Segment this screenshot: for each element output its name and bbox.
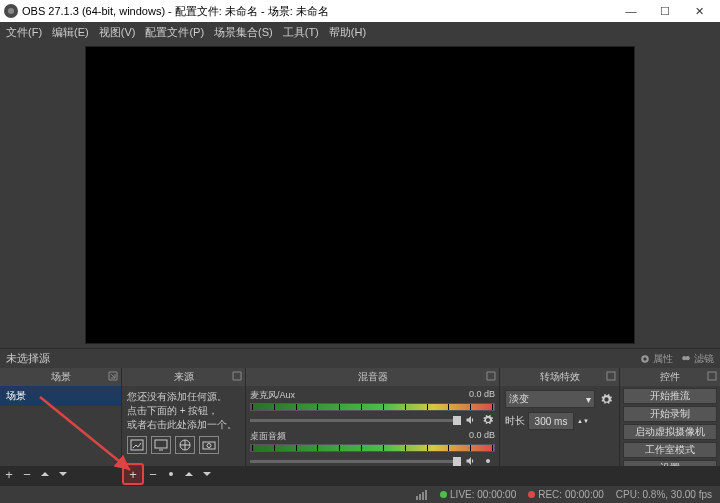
speaker-icon[interactable] (464, 454, 478, 466)
display-icon (151, 436, 171, 454)
chevron-down-icon: ▾ (586, 394, 591, 405)
mixer-panel: 混音器 麦克风/Aux0.0 dB 桌面音频0.0 dB (246, 368, 500, 466)
selection-bar: 未选择源 属性 滤镜 (0, 348, 720, 368)
transition-select[interactable]: 淡变▾ (505, 390, 595, 408)
track-name: 桌面音频 (250, 430, 286, 443)
sources-hint: 或者右击此处添加一个。 (127, 418, 240, 432)
scenes-title: 场景 (51, 370, 71, 384)
svg-rect-15 (425, 490, 427, 500)
duration-input[interactable]: 300 ms (528, 412, 574, 430)
svg-rect-5 (155, 440, 167, 448)
status-bar: LIVE: 00:00:00 REC: 00:00:00 CPU: 0.8%, … (0, 485, 720, 503)
start-stream-button[interactable]: 开始推流 (623, 388, 717, 404)
menu-profile[interactable]: 配置文件(P) (145, 25, 204, 40)
sources-hint: 点击下面的 + 按钮， (127, 404, 240, 418)
stepper-icon[interactable]: ▲▼ (577, 418, 589, 424)
scene-down-button[interactable] (54, 465, 72, 483)
menu-help[interactable]: 帮助(H) (329, 25, 366, 40)
remove-scene-button[interactable]: − (18, 465, 36, 483)
svg-point-8 (207, 444, 211, 448)
preview-canvas[interactable] (85, 46, 635, 344)
track-db: 0.0 dB (469, 430, 495, 443)
sources-panel: 来源 您还没有添加任何源。 点击下面的 + 按钮， 或者右击此处添加一个。 (122, 368, 246, 466)
studio-mode-button[interactable]: 工作室模式 (623, 442, 717, 458)
sources-title: 来源 (174, 370, 194, 384)
highlight-annotation: + (122, 463, 144, 485)
sources-body[interactable]: 您还没有添加任何源。 点击下面的 + 按钮， 或者右击此处添加一个。 (122, 386, 245, 466)
rec-dot-icon (528, 491, 535, 498)
svg-rect-13 (419, 494, 421, 500)
svg-point-3 (686, 356, 690, 360)
app-logo-icon (4, 4, 18, 18)
popout-icon[interactable] (486, 371, 496, 381)
svg-rect-12 (416, 496, 418, 500)
remove-source-button[interactable]: − (144, 465, 162, 483)
rec-status: REC: 00:00:00 (538, 489, 604, 500)
speaker-icon[interactable] (464, 413, 478, 427)
globe-icon (175, 436, 195, 454)
gear-icon[interactable] (598, 391, 614, 407)
cpu-status: CPU: 0.8%, 30.00 fps (616, 489, 712, 500)
properties-button[interactable]: 属性 (640, 352, 673, 366)
svg-rect-10 (708, 372, 716, 380)
start-vcam-button[interactable]: 启动虚拟摄像机 (623, 424, 717, 440)
mixer-title: 混音器 (358, 370, 388, 384)
menu-bar: 文件(F) 编辑(E) 视图(V) 配置文件(P) 场景集合(S) 工具(T) … (0, 22, 720, 42)
start-record-button[interactable]: 开始录制 (623, 406, 717, 422)
sources-toolbar: + − (122, 465, 246, 483)
preview-area (0, 42, 720, 348)
maximize-button[interactable]: ☐ (648, 0, 682, 22)
scenes-panel: 场景 场景 (0, 368, 122, 466)
title-bar: OBS 27.1.3 (64-bit, windows) - 配置文件: 未命名… (0, 0, 720, 22)
window-title: OBS 27.1.3 (64-bit, windows) - 配置文件: 未命名… (22, 4, 329, 19)
track-name: 麦克风/Aux (250, 389, 295, 402)
popout-icon[interactable] (232, 371, 242, 381)
mixer-track: 麦克风/Aux0.0 dB (250, 389, 495, 427)
source-settings-button[interactable] (162, 465, 180, 483)
transition-panel: 转场特效 淡变▾ 时长 300 ms ▲▼ (500, 368, 620, 466)
close-button[interactable]: ✕ (682, 0, 716, 22)
sources-hint: 您还没有添加任何源。 (127, 390, 240, 404)
settings-button[interactable]: 设置 (623, 460, 717, 466)
popout-icon[interactable] (108, 371, 118, 381)
audio-meter (250, 444, 495, 452)
volume-slider[interactable] (250, 460, 461, 463)
selection-text: 未选择源 (6, 351, 50, 366)
track-db: 0.0 dB (469, 389, 495, 402)
live-status: LIVE: 00:00:00 (450, 489, 516, 500)
minimize-button[interactable]: — (614, 0, 648, 22)
mixer-track: 桌面音频0.0 dB (250, 430, 495, 466)
gear-icon[interactable] (481, 454, 495, 466)
docks: 场景 场景 来源 您还没有添加任何源。 点击下面的 + 按钮， 或者右击此处添加… (0, 368, 720, 466)
menu-tools[interactable]: 工具(T) (283, 25, 319, 40)
live-dot-icon (440, 491, 447, 498)
source-down-button[interactable] (198, 465, 216, 483)
svg-rect-9 (607, 372, 615, 380)
scene-up-button[interactable] (36, 465, 54, 483)
add-scene-button[interactable]: + (0, 465, 18, 483)
menu-scenes[interactable]: 场景集合(S) (214, 25, 273, 40)
source-up-button[interactable] (180, 465, 198, 483)
gear-icon[interactable] (481, 413, 495, 427)
volume-slider[interactable] (250, 419, 461, 422)
menu-view[interactable]: 视图(V) (99, 25, 136, 40)
controls-panel: 控件 开始推流 开始录制 启动虚拟摄像机 工作室模式 设置 退出 (620, 368, 720, 466)
menu-file[interactable]: 文件(F) (6, 25, 42, 40)
filters-button[interactable]: 滤镜 (681, 352, 714, 366)
svg-rect-4 (131, 440, 143, 450)
scene-item[interactable]: 场景 (0, 386, 121, 406)
camera-icon (199, 436, 219, 454)
svg-rect-14 (422, 492, 424, 500)
image-icon (127, 436, 147, 454)
duration-label: 时长 (505, 414, 525, 428)
audio-meter (250, 403, 495, 411)
menu-edit[interactable]: 编辑(E) (52, 25, 89, 40)
transition-title: 转场特效 (540, 370, 580, 384)
popout-icon[interactable] (606, 371, 616, 381)
add-source-button[interactable]: + (124, 465, 142, 483)
popout-icon[interactable] (707, 371, 717, 381)
controls-title: 控件 (660, 370, 680, 384)
network-status (416, 490, 428, 500)
scenes-toolbar: + − (0, 465, 122, 483)
svg-point-1 (8, 8, 14, 14)
